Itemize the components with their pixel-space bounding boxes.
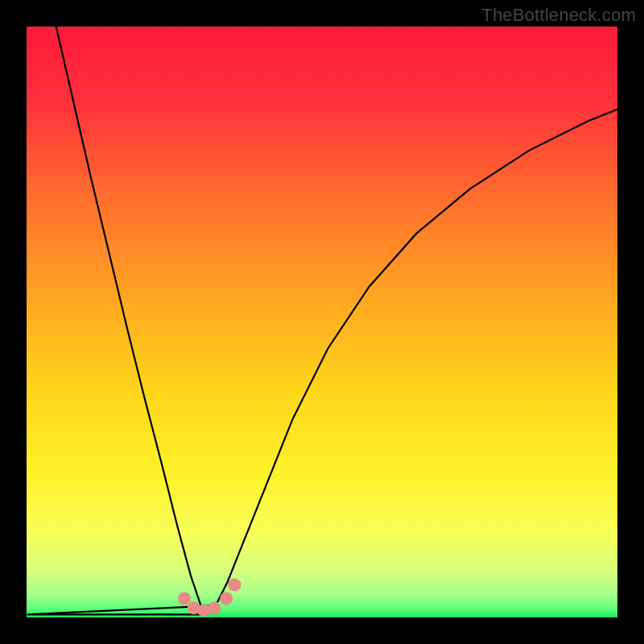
watermark-text: TheBottleneck.com [481, 5, 636, 26]
trough-dot [197, 604, 210, 617]
gradient-background [27, 27, 617, 617]
trough-dot [178, 592, 191, 605]
trough-dot [228, 579, 241, 592]
chart-frame: TheBottleneck.com [0, 0, 644, 644]
plot-area [27, 27, 617, 617]
plot-svg [27, 27, 617, 617]
trough-dot [208, 601, 221, 614]
trough-dot [220, 592, 233, 605]
